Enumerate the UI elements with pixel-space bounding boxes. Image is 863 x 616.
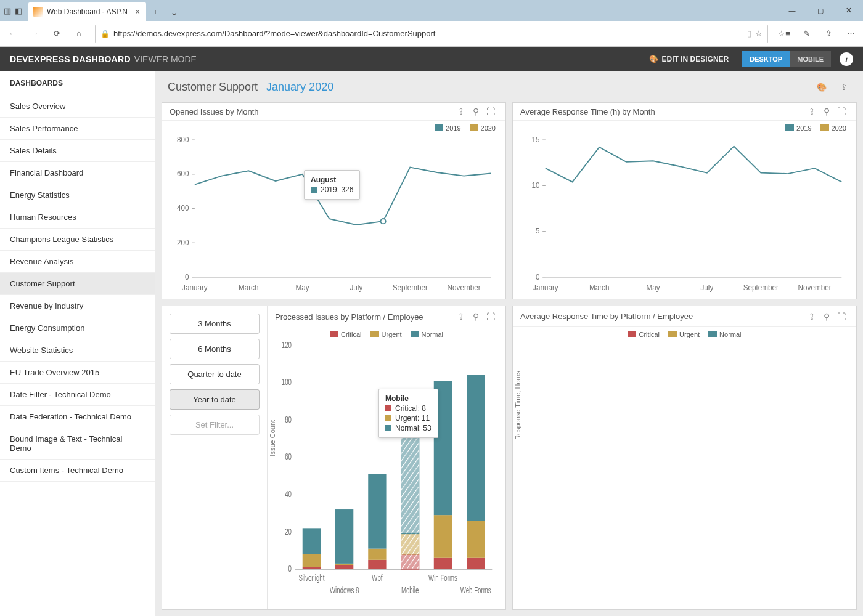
- edit-in-designer-button[interactable]: 🎨 EDIT IN DESIGNER: [642, 47, 737, 71]
- tab-close-icon[interactable]: ×: [135, 7, 140, 17]
- svg-text:Silverlight: Silverlight: [298, 573, 324, 583]
- browser-tab[interactable]: Web Dashboard - ASP.N ×: [28, 2, 146, 21]
- notes-icon[interactable]: ✎: [796, 24, 816, 44]
- chart-response-month[interactable]: 051015JanuaryMarchMayJulySeptemberNovemb…: [513, 133, 856, 299]
- range-option[interactable]: 6 Months: [170, 339, 260, 359]
- nav-forward-button[interactable]: →: [25, 24, 44, 44]
- card-title-response-platform: Average Response Time by Platform / Empl…: [520, 312, 693, 321]
- legend-critical: Critical: [341, 331, 362, 338]
- sidebar-item[interactable]: Data Federation - Technical Demo: [0, 406, 155, 428]
- nav-home-button[interactable]: ⌂: [69, 24, 89, 44]
- window-maximize-button[interactable]: ▢: [806, 0, 835, 21]
- export-page-icon[interactable]: ⇪: [837, 80, 851, 94]
- page-title: Customer Support: [168, 81, 258, 94]
- more-icon[interactable]: ⋯: [841, 24, 861, 44]
- brand-name: DEVEXPRESS DASHBOARD: [10, 54, 131, 64]
- export-icon[interactable]: ⇪: [804, 104, 819, 119]
- window-tabs-icon[interactable]: ▥: [4, 6, 11, 15]
- card-response-platform: Average Response Time by Platform / Empl…: [512, 306, 857, 610]
- card-opened-issues: Opened Issues by Month ⇪ ⚲ ⛶ 2019 2020 0…: [162, 102, 506, 299]
- favorite-icon[interactable]: ☆: [755, 29, 763, 38]
- svg-text:Wpf: Wpf: [372, 573, 383, 583]
- inspect-icon[interactable]: ⚲: [468, 104, 483, 119]
- seg-mobile[interactable]: MOBILE: [790, 51, 831, 67]
- sidebar-item[interactable]: EU Trade Overview 2015: [0, 362, 155, 384]
- window-tile-icon[interactable]: ◧: [15, 6, 22, 15]
- card-title-opened: Opened Issues by Month: [170, 107, 259, 116]
- info-button[interactable]: i: [840, 52, 853, 66]
- range-option[interactable]: Quarter to date: [170, 364, 260, 384]
- window-close-button[interactable]: ×: [835, 0, 863, 21]
- nav-back-button[interactable]: ←: [2, 24, 22, 44]
- reader-icon[interactable]: ▯: [747, 29, 751, 38]
- address-bar[interactable]: 🔒 ▯ ☆: [95, 25, 768, 43]
- tab-title: Web Dashboard - ASP.N: [47, 7, 128, 16]
- nav-refresh-button[interactable]: ⟳: [47, 24, 67, 44]
- tt-row: Critical: 8: [395, 404, 426, 413]
- share-icon[interactable]: ⇪: [819, 24, 838, 44]
- inspect-icon[interactable]: ⚲: [819, 309, 834, 324]
- legend-normal: Normal: [422, 331, 443, 338]
- legend-2020: 2020: [481, 124, 496, 132]
- ylabel-response-platform: Response Time, Hours: [514, 371, 521, 440]
- sidebar-item[interactable]: Revenue Analysis: [0, 251, 155, 273]
- sidebar-item[interactable]: Website Statistics: [0, 339, 155, 362]
- sidebar-item[interactable]: Energy Consumption: [0, 317, 155, 339]
- new-tab-button[interactable]: +: [146, 2, 165, 21]
- svg-rect-52: [368, 474, 386, 549]
- brand-mode: VIEWER MODE: [134, 54, 197, 64]
- svg-rect-44: [303, 528, 321, 554]
- legend-opened: 2019 2020: [162, 121, 505, 133]
- svg-rect-43: [303, 554, 321, 567]
- tooltip-series: 2019: 326: [321, 185, 353, 194]
- favorites-icon[interactable]: ☆≡: [774, 24, 794, 44]
- chart-response-platform[interactable]: Response Time, Hours: [513, 339, 856, 609]
- sidebar-item[interactable]: Energy Statistics: [0, 184, 155, 206]
- chart-opened[interactable]: 0200400600800JanuaryMarchMayJulySeptembe…: [162, 133, 505, 299]
- maximize-icon[interactable]: ⛶: [834, 309, 849, 324]
- svg-text:100: 100: [282, 378, 292, 387]
- sidebar-item[interactable]: Bound Image & Text - Technical Demo: [0, 428, 155, 460]
- range-option[interactable]: 3 Months: [170, 314, 260, 334]
- chart-processed[interactable]: Issue Count 020406080100120SilverlightWi…: [268, 339, 505, 609]
- maximize-icon[interactable]: ⛶: [483, 309, 498, 324]
- export-icon[interactable]: ⇪: [804, 309, 819, 324]
- inspect-icon[interactable]: ⚲: [468, 309, 483, 324]
- export-icon[interactable]: ⇪: [454, 104, 468, 119]
- edit-in-designer-label: EDIT IN DESIGNER: [662, 55, 729, 63]
- svg-text:January: January: [533, 283, 558, 291]
- legend-2019: 2019: [446, 124, 460, 132]
- svg-text:Mobile: Mobile: [401, 585, 419, 595]
- sidebar-item[interactable]: Champions League Statistics: [0, 229, 155, 251]
- svg-rect-66: [467, 521, 485, 558]
- seg-desktop[interactable]: DESKTOP: [742, 51, 790, 67]
- export-icon[interactable]: ⇪: [454, 309, 468, 324]
- range-option[interactable]: Set Filter...: [170, 415, 260, 435]
- sidebar-item[interactable]: Customer Support: [0, 273, 155, 295]
- sidebar-item[interactable]: Sales Performance: [0, 118, 155, 140]
- maximize-icon[interactable]: ⛶: [483, 104, 498, 119]
- sidebar-item[interactable]: Sales Overview: [0, 95, 155, 118]
- sidebar-item[interactable]: Date Filter - Technical Demo: [0, 384, 155, 406]
- window-minimize-button[interactable]: —: [778, 0, 806, 21]
- svg-text:November: November: [448, 283, 481, 291]
- card-processed: 3 Months6 MonthsQuarter to dateYear to d…: [162, 306, 506, 610]
- sidebar-item[interactable]: Custom Items - Technical Demo: [0, 460, 155, 482]
- url-input[interactable]: [113, 29, 743, 38]
- tt-row: Urgent: 11: [395, 414, 430, 423]
- legend-processed: Critical Urgent Normal: [268, 327, 505, 339]
- range-option[interactable]: Year to date: [170, 389, 260, 410]
- theme-icon[interactable]: 🎨: [815, 80, 828, 94]
- inspect-icon[interactable]: ⚲: [819, 104, 834, 119]
- svg-rect-59: [401, 435, 419, 534]
- tt-row: Normal: 53: [395, 424, 432, 432]
- sidebar-item[interactable]: Financial Dashboard: [0, 162, 155, 184]
- sidebar-item[interactable]: Revenue by Industry: [0, 295, 155, 317]
- sidebar-item[interactable]: Human Resources: [0, 206, 155, 229]
- svg-text:800: 800: [177, 136, 189, 144]
- tab-overflow-icon[interactable]: ⌄: [165, 2, 183, 21]
- browser-toolbar: ← → ⟳ ⌂ 🔒 ▯ ☆ ☆≡ ✎ ⇪ ⋯: [0, 21, 863, 47]
- svg-rect-51: [368, 549, 386, 560]
- maximize-icon[interactable]: ⛶: [834, 104, 849, 119]
- sidebar-item[interactable]: Sales Details: [0, 140, 155, 162]
